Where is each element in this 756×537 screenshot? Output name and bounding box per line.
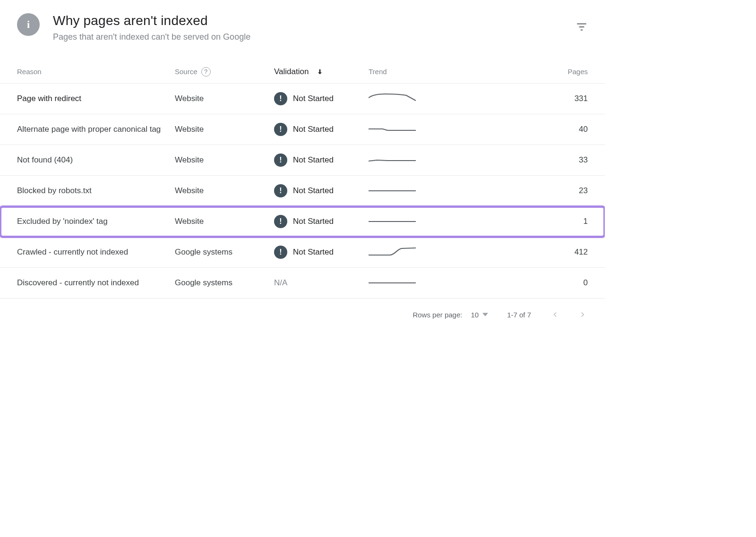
cell-pages: 23 [454, 186, 605, 196]
col-header-pages[interactable]: Pages [454, 68, 605, 76]
header-text: Why pages aren't indexed Pages that aren… [53, 13, 572, 42]
section-header: i Why pages aren't indexed Pages that ar… [0, 9, 605, 53]
validation-status: Not Started [293, 186, 334, 196]
validation-status: Not Started [293, 247, 334, 257]
sort-descending-icon [316, 67, 324, 77]
col-header-reason[interactable]: Reason [0, 68, 175, 76]
cell-source: Website [175, 217, 274, 226]
reasons-table: Reason Source ? Validation Trend Pages P… [0, 53, 605, 298]
chevron-left-icon [550, 310, 559, 319]
col-header-validation[interactable]: Validation [274, 67, 369, 77]
exclamation-icon: ! [274, 246, 287, 259]
cell-reason: Blocked by robots.txt [0, 186, 175, 196]
info-icon: i [17, 13, 40, 36]
col-header-validation-label: Validation [274, 67, 309, 77]
table-row[interactable]: Alternate page with proper canonical tag… [0, 114, 605, 145]
cell-trend [369, 184, 454, 197]
cell-validation: !Not Started [274, 184, 369, 197]
cell-pages: 1 [454, 217, 605, 226]
cell-source: Website [175, 186, 274, 196]
cell-pages: 0 [454, 278, 605, 288]
cell-source: Google systems [175, 247, 274, 257]
cell-validation: !Not Started [274, 92, 369, 105]
col-header-source-label: Source [175, 68, 198, 76]
section-subtitle: Pages that aren't indexed can't be serve… [53, 32, 572, 42]
exclamation-icon: ! [274, 92, 287, 105]
validation-na: N/A [274, 278, 287, 288]
cell-trend [369, 276, 454, 290]
validation-status: Not Started [293, 125, 334, 134]
table-row[interactable]: Page with redirectWebsite!Not Started331 [0, 84, 605, 114]
next-page-button[interactable] [578, 310, 588, 319]
sparkline-icon [369, 246, 416, 259]
rows-per-page-select[interactable]: 10 [471, 311, 488, 319]
cell-trend [369, 123, 454, 136]
cell-reason: Discovered - currently not indexed [0, 278, 175, 288]
cell-pages: 40 [454, 125, 605, 134]
cell-source: Website [175, 94, 274, 103]
cell-pages: 412 [454, 247, 605, 257]
rows-per-page: Rows per page: 10 [412, 311, 488, 319]
sparkline-icon [369, 92, 416, 105]
cell-validation: !Not Started [274, 123, 369, 136]
cell-trend [369, 153, 454, 167]
validation-status: Not Started [293, 155, 334, 165]
table-row[interactable]: Excluded by 'noindex' tagWebsite!Not Sta… [0, 206, 605, 237]
cell-reason: Excluded by 'noindex' tag [0, 217, 175, 226]
cell-source: Google systems [175, 278, 274, 288]
table-row[interactable]: Blocked by robots.txtWebsite!Not Started… [0, 176, 605, 206]
cell-validation: N/A [274, 278, 369, 288]
col-header-source[interactable]: Source ? [175, 67, 274, 77]
cell-reason: Crawled - currently not indexed [0, 247, 175, 257]
cell-validation: !Not Started [274, 215, 369, 228]
sparkline-icon [369, 184, 416, 197]
sparkline-icon [369, 153, 416, 167]
cell-validation: !Not Started [274, 246, 369, 259]
exclamation-icon: ! [274, 184, 287, 197]
exclamation-icon: ! [274, 123, 287, 136]
table-header-row: Reason Source ? Validation Trend Pages [0, 53, 605, 84]
table-row[interactable]: Crawled - currently not indexedGoogle sy… [0, 237, 605, 268]
cell-pages: 331 [454, 94, 605, 103]
cell-trend [369, 246, 454, 259]
exclamation-icon: ! [274, 153, 287, 167]
prev-page-button[interactable] [550, 310, 559, 319]
table-row[interactable]: Not found (404)Website!Not Started33 [0, 145, 605, 176]
filter-list-icon [576, 21, 588, 33]
col-header-trend[interactable]: Trend [369, 68, 454, 76]
cell-reason: Alternate page with proper canonical tag [0, 125, 175, 134]
filter-button[interactable] [572, 17, 592, 37]
cell-reason: Not found (404) [0, 155, 175, 165]
table-row[interactable]: Discovered - currently not indexedGoogle… [0, 268, 605, 298]
rows-per-page-value: 10 [471, 311, 479, 319]
exclamation-icon: ! [274, 215, 287, 228]
cell-source: Website [175, 155, 274, 165]
cell-trend [369, 215, 454, 228]
cell-pages: 33 [454, 155, 605, 165]
sparkline-icon [369, 123, 416, 136]
cell-source: Website [175, 125, 274, 134]
sparkline-icon [369, 276, 416, 290]
section-title: Why pages aren't indexed [53, 13, 572, 28]
page-range: 1-7 of 7 [507, 311, 531, 319]
cell-validation: !Not Started [274, 153, 369, 167]
validation-status: Not Started [293, 94, 334, 103]
chevron-right-icon [578, 310, 588, 319]
dropdown-icon [482, 312, 488, 317]
rows-per-page-label: Rows per page: [412, 311, 462, 319]
cell-reason: Page with redirect [0, 94, 175, 103]
sparkline-icon [369, 215, 416, 228]
cell-trend [369, 92, 454, 105]
validation-status: Not Started [293, 217, 334, 226]
table-footer: Rows per page: 10 1-7 of 7 [0, 298, 605, 326]
help-icon[interactable]: ? [201, 67, 211, 77]
